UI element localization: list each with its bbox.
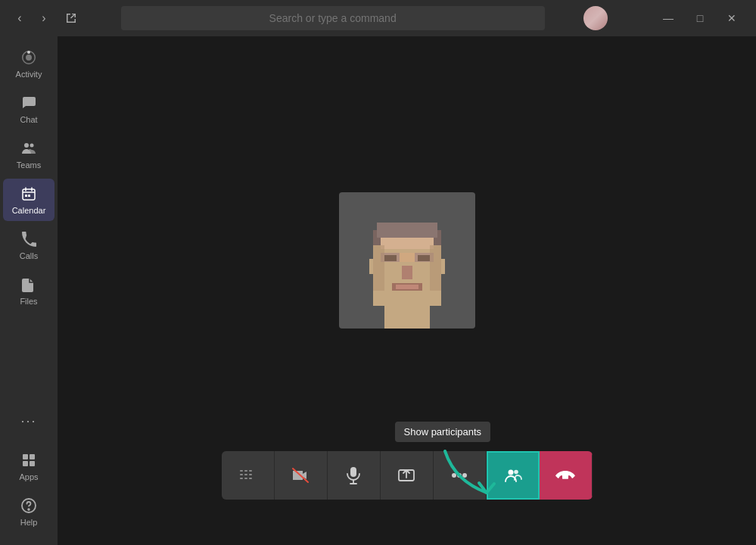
sidebar-item-help[interactable]: Help bbox=[3, 490, 54, 533]
svg-rect-35 bbox=[240, 474, 243, 475]
svg-rect-7 bbox=[30, 454, 35, 459]
forward-button[interactable]: › bbox=[33, 8, 54, 29]
svg-rect-26 bbox=[396, 285, 418, 289]
svg-rect-30 bbox=[373, 245, 384, 291]
svg-rect-8 bbox=[23, 461, 28, 466]
svg-rect-33 bbox=[244, 470, 247, 472]
sidebar: Activity Chat Teams bbox=[0, 36, 58, 545]
more-icon: ··· bbox=[20, 414, 36, 428]
svg-rect-36 bbox=[244, 474, 247, 475]
sidebar-chat-label: Chat bbox=[20, 116, 37, 124]
call-controls bbox=[222, 451, 593, 500]
activity-icon bbox=[20, 49, 37, 68]
sidebar-item-files[interactable]: Files bbox=[3, 269, 54, 312]
svg-rect-4 bbox=[25, 195, 27, 197]
sidebar-teams-label: Teams bbox=[17, 161, 41, 170]
maximize-button[interactable]: □ bbox=[685, 6, 715, 30]
svg-point-2 bbox=[30, 143, 34, 147]
sidebar-item-apps[interactable]: Apps bbox=[3, 445, 54, 487]
show-participants-tooltip: Show participants bbox=[395, 422, 491, 442]
sidebar-help-label: Help bbox=[20, 519, 38, 527]
svg-rect-22 bbox=[384, 255, 397, 261]
mic-button[interactable] bbox=[328, 451, 381, 500]
files-icon bbox=[20, 276, 37, 295]
svg-rect-5 bbox=[28, 195, 30, 197]
avatar bbox=[583, 6, 608, 30]
sidebar-item-activity[interactable]: Activity bbox=[3, 42, 54, 85]
svg-rect-40 bbox=[249, 478, 252, 479]
hold-button[interactable] bbox=[222, 451, 275, 500]
apps-icon bbox=[20, 452, 37, 471]
sidebar-item-chat[interactable]: Chat bbox=[3, 88, 54, 130]
titlebar: ‹ › — □ ✕ bbox=[0, 0, 756, 36]
arrow-indicator bbox=[437, 444, 498, 500]
sidebar-item-teams[interactable]: Teams bbox=[3, 133, 54, 176]
svg-point-0 bbox=[27, 51, 30, 54]
minimize-button[interactable]: — bbox=[653, 6, 683, 30]
end-call-button[interactable] bbox=[540, 451, 593, 500]
svg-rect-24 bbox=[402, 266, 412, 279]
sidebar-bottom: ··· Apps bbox=[3, 400, 54, 533]
chat-icon bbox=[20, 95, 37, 114]
svg-rect-39 bbox=[244, 478, 247, 479]
svg-rect-17 bbox=[377, 223, 437, 238]
svg-rect-38 bbox=[240, 478, 243, 479]
svg-point-11 bbox=[28, 509, 30, 510]
sidebar-item-calendar[interactable]: Calendar bbox=[3, 179, 54, 221]
calendar-icon bbox=[20, 185, 37, 204]
svg-rect-20 bbox=[400, 253, 415, 262]
call-controls-container: Show participants bbox=[222, 451, 593, 500]
nav-buttons: ‹ › bbox=[9, 8, 54, 29]
share-button[interactable] bbox=[381, 451, 434, 500]
sidebar-item-more[interactable]: ··· bbox=[3, 400, 54, 442]
sidebar-apps-label: Apps bbox=[19, 473, 38, 481]
svg-rect-34 bbox=[249, 470, 252, 472]
svg-rect-13 bbox=[384, 306, 430, 329]
search-input[interactable] bbox=[121, 6, 545, 30]
call-area: Show participants bbox=[58, 36, 756, 545]
svg-rect-23 bbox=[418, 255, 430, 261]
sidebar-calendar-label: Calendar bbox=[12, 207, 46, 215]
svg-rect-31 bbox=[430, 245, 441, 291]
svg-point-1 bbox=[24, 143, 29, 148]
svg-rect-18 bbox=[381, 238, 434, 249]
svg-rect-37 bbox=[249, 474, 252, 475]
svg-rect-32 bbox=[240, 470, 243, 472]
svg-rect-9 bbox=[30, 461, 35, 466]
sidebar-calls-label: Calls bbox=[20, 252, 38, 260]
svg-point-51 bbox=[514, 470, 518, 475]
svg-rect-6 bbox=[23, 454, 28, 459]
window-controls: — □ ✕ bbox=[653, 6, 747, 30]
svg-rect-42 bbox=[350, 467, 356, 477]
calls-icon bbox=[20, 231, 37, 250]
main-layout: Activity Chat Teams bbox=[0, 36, 756, 545]
sidebar-files-label: Files bbox=[20, 297, 37, 306]
sidebar-item-calls[interactable]: Calls bbox=[3, 224, 54, 266]
video-button[interactable] bbox=[275, 451, 328, 500]
sidebar-activity-label: Activity bbox=[16, 70, 42, 79]
help-icon bbox=[20, 497, 37, 516]
participant-video bbox=[339, 192, 475, 329]
teams-nav-icon bbox=[20, 140, 37, 159]
back-button[interactable]: ‹ bbox=[9, 8, 30, 29]
svg-rect-27 bbox=[384, 292, 430, 304]
svg-point-50 bbox=[508, 470, 513, 475]
close-button[interactable]: ✕ bbox=[717, 6, 747, 30]
popout-button[interactable] bbox=[61, 8, 82, 29]
